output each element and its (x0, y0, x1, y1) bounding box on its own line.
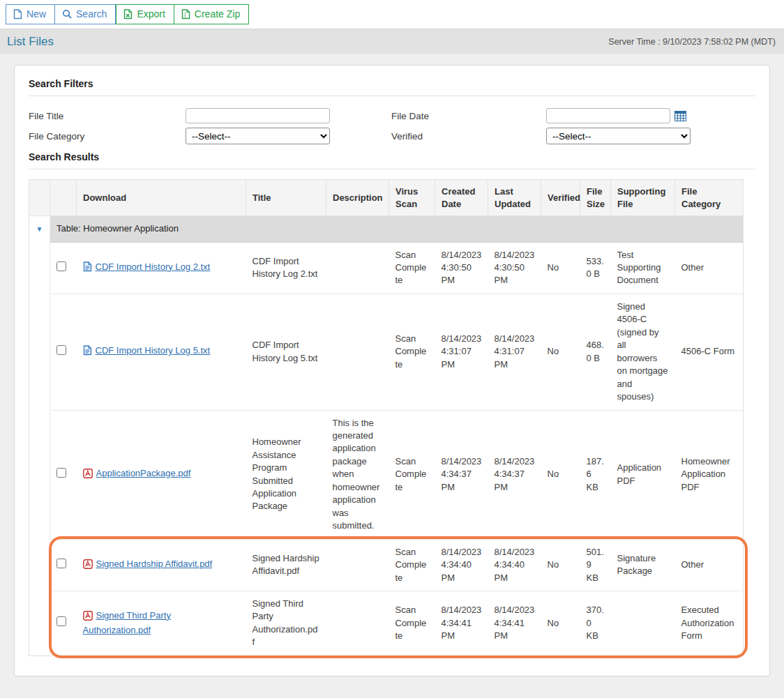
download-link[interactable]: ApplicationPackage.pdf (83, 468, 191, 478)
pdf-file-icon (83, 559, 93, 572)
zip-icon (181, 9, 190, 20)
col-description: Description (326, 180, 389, 216)
virus-scan-cell: Scan Complete (389, 591, 435, 655)
last-updated-cell: 8/14/2023 4:34:37 PM (488, 410, 541, 539)
toolbar: New Search Export Create Zip (0, 0, 784, 29)
expand-cell (29, 410, 50, 539)
checkbox-cell (50, 410, 77, 539)
group-label: Table: Homeowner Application (50, 216, 744, 242)
virus-scan-cell: Scan Complete (389, 410, 435, 539)
search-filters-heading: Search Filters (29, 78, 755, 96)
new-button[interactable]: New (6, 4, 55, 24)
col-title: Title (246, 180, 326, 216)
file-size-cell: 501.9 KB (580, 539, 611, 591)
file-date-input[interactable] (546, 108, 670, 123)
download-cell: CDF Import History Log 5.txt (77, 294, 246, 410)
file-size-cell: 533.0 B (580, 242, 611, 294)
col-checkbox (50, 180, 77, 216)
row-checkbox[interactable] (56, 616, 66, 626)
row-checkbox[interactable] (56, 345, 66, 355)
created-date-cell: 8/14/2023 4:34:41 PM (435, 591, 488, 655)
col-download: Download (77, 180, 246, 216)
verified-cell: No (541, 539, 580, 591)
title-cell: Signed Hardship Affidavit.pdf (246, 539, 326, 591)
export-button[interactable]: Export (116, 4, 174, 24)
checkbox-cell (50, 591, 77, 655)
verified-select[interactable]: --Select-- (546, 128, 691, 144)
checkbox-cell (50, 294, 77, 410)
download-cell: Signed Third Party Authorization.pdf (77, 591, 246, 655)
new-file-icon (13, 9, 22, 20)
new-button-label: New (27, 8, 46, 20)
create-zip-button[interactable]: Create Zip (174, 4, 249, 24)
supporting-file-cell: Signature Package (611, 539, 675, 591)
col-last-updated: Last Updated (488, 180, 541, 216)
title-cell: Homeowner Assistance Program Submitted A… (246, 410, 326, 539)
download-link-label: ApplicationPackage.pdf (96, 468, 191, 478)
file-category-label: File Category (29, 131, 186, 142)
download-link-label: CDF Import History Log 2.txt (96, 261, 211, 272)
download-link-label: Signed Third Party Authorization.pdf (83, 610, 171, 635)
col-supporting-file: Supporting File (611, 180, 675, 216)
checkbox-cell (50, 539, 77, 591)
header-row: Download Title Description Virus Scan Cr… (29, 180, 744, 216)
download-cell: CDF Import History Log 2.txt (77, 242, 246, 294)
file-size-cell: 468.0 B (580, 294, 611, 410)
file-category-cell: Homeowner Application PDF (675, 410, 744, 539)
file-title-label: File Title (29, 111, 186, 121)
download-link[interactable]: CDF Import History Log 5.txt (83, 345, 211, 356)
file-category-cell: 4506-C Form (675, 294, 744, 410)
toolbar-group-blue: New Search (6, 4, 116, 24)
table-row: Signed Third Party Authorization.pdf Sig… (29, 591, 744, 655)
row-checkbox[interactable] (56, 261, 66, 271)
file-category-select[interactable]: --Select-- (186, 128, 330, 144)
file-category-cell: Other (675, 242, 744, 294)
title-cell: CDF Import History Log 5.txt (246, 294, 326, 410)
table-wrap: Download Title Description Virus Scan Cr… (29, 179, 755, 656)
created-date-cell: 8/14/2023 4:34:40 PM (435, 539, 488, 591)
collapse-triangle-icon[interactable]: ▼ (36, 225, 43, 233)
created-date-cell: 8/14/2023 4:31:07 PM (435, 294, 488, 410)
created-date-cell: 8/14/2023 4:34:37 PM (435, 410, 488, 539)
file-date-label: File Date (391, 111, 546, 121)
search-results-heading: Search Results (29, 151, 755, 169)
col-virus-scan: Virus Scan (389, 180, 435, 216)
table-row: ApplicationPackage.pdf Homeowner Assista… (29, 410, 744, 539)
download-link[interactable]: Signed Third Party Authorization.pdf (83, 610, 171, 635)
expand-cell (29, 591, 50, 655)
expand-cell (29, 242, 50, 294)
search-icon (62, 9, 72, 19)
created-date-cell: 8/14/2023 4:30:50 PM (435, 242, 488, 294)
row-checkbox[interactable] (56, 468, 66, 478)
search-button[interactable]: Search (55, 4, 116, 24)
description-cell (326, 294, 389, 410)
description-cell (326, 242, 389, 294)
col-file-size: File Size (580, 180, 611, 216)
download-link[interactable]: Signed Hardship Affidavit.pdf (83, 559, 213, 569)
results-table: Download Title Description Virus Scan Cr… (29, 179, 744, 656)
file-category-cell: Executed Authorization Form (675, 591, 744, 655)
checkbox-cell (50, 242, 77, 294)
download-link-label: CDF Import History Log 5.txt (96, 345, 211, 356)
supporting-file-cell (611, 591, 675, 655)
file-title-input[interactable] (186, 108, 330, 123)
table-row: Signed Hardship Affidavit.pdf Signed Har… (29, 539, 744, 591)
download-link[interactable]: CDF Import History Log 2.txt (83, 261, 211, 272)
last-updated-cell: 8/14/2023 4:31:07 PM (488, 294, 541, 410)
verified-label: Verified (391, 131, 546, 142)
virus-scan-cell: Scan Complete (389, 242, 435, 294)
table-row: CDF Import History Log 5.txt CDF Import … (29, 294, 744, 410)
calendar-icon (674, 113, 686, 123)
group-row: ▼ Table: Homeowner Application (29, 216, 744, 242)
server-time: Server Time : 9/10/2023 7:58:02 PM (MDT) (608, 37, 776, 47)
calendar-button[interactable] (674, 111, 686, 121)
title-cell: Signed Third Party Authorization.pdf (246, 591, 326, 655)
download-cell: Signed Hardship Affidavit.pdf (77, 539, 246, 591)
search-button-label: Search (76, 8, 107, 20)
description-cell (326, 539, 389, 591)
download-link-label: Signed Hardship Affidavit.pdf (96, 559, 213, 569)
row-checkbox[interactable] (56, 559, 66, 568)
file-size-cell: 187.6 KB (580, 410, 611, 539)
expand-cell (29, 294, 50, 410)
download-cell: ApplicationPackage.pdf (77, 410, 246, 539)
